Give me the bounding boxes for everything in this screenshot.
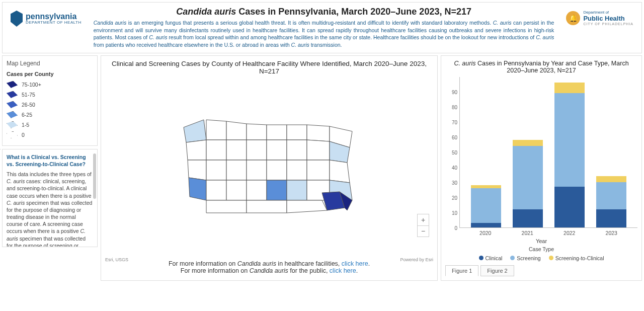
x-tick-label: 2021 <box>522 230 533 236</box>
legend-label: 51-75 <box>22 92 35 98</box>
legend-entry[interactable]: Clinical <box>479 255 503 261</box>
map-panel: Clinical and Screening Cases by County o… <box>101 55 438 281</box>
y-axis: 0102030405060708090 <box>445 77 459 228</box>
legend-swatch <box>7 121 18 128</box>
legend-swatch <box>7 111 18 118</box>
ph-logo-l2: Public Health <box>583 15 633 22</box>
figure-tabs: Figure 1Figure 2 <box>445 265 637 276</box>
legend-item: 75-100+ <box>7 81 93 88</box>
bar-segment[interactable] <box>596 176 626 182</box>
zoom-in-button[interactable]: + <box>418 214 429 225</box>
x-tick-label: 2020 <box>479 230 491 236</box>
chart-legend: ClinicalScreeningScreening-to-Clinical <box>445 255 637 261</box>
figure-tab[interactable]: Figure 2 <box>480 265 514 276</box>
legend-entry[interactable]: Screening <box>510 255 540 261</box>
chart-plot[interactable] <box>459 77 637 228</box>
legend-item: 51-75 <box>7 91 93 98</box>
legend-title: Map Legend <box>7 60 93 67</box>
bar-group[interactable] <box>554 83 585 227</box>
public-info-link[interactable]: click here <box>330 267 356 274</box>
legend-label: 26-50 <box>22 102 35 108</box>
legend-item: 26-50 <box>7 101 93 108</box>
bar-group[interactable] <box>596 176 626 227</box>
x-axis-title: Year <box>445 238 637 244</box>
page-description: Candida auris is an emerging fungus that… <box>90 19 558 49</box>
legend-label: 1-5 <box>22 122 29 128</box>
legend-item: 0 <box>7 131 93 138</box>
x-tick-label: 2022 <box>564 230 575 236</box>
map-canvas[interactable]: + − <box>105 77 433 258</box>
ph-logo-l3: CITY OF PHILADELPHIA <box>583 22 633 26</box>
bar-segment[interactable] <box>554 93 585 187</box>
case-definitions-panel: What is a Clinical vs. Screening vs. Scr… <box>2 149 98 247</box>
pa-county-map[interactable] <box>179 112 360 223</box>
map-attribution-left: Esri, USGS <box>105 257 128 262</box>
bar-segment[interactable] <box>513 209 543 227</box>
info-body: This data includes the three types of C.… <box>7 171 93 247</box>
pa-doh-logo: pennsylvania DEPARTMENT OF HEALTH <box>11 11 82 27</box>
legend-subtitle: Cases per County <box>7 71 93 77</box>
map-legend-panel: Map Legend Cases per County 75-100+51-75… <box>2 55 98 146</box>
bar-group[interactable] <box>513 140 543 227</box>
zoom-out-button[interactable]: − <box>418 225 429 237</box>
legend-swatch <box>7 101 18 108</box>
figure-tab[interactable]: Figure 1 <box>445 265 478 276</box>
bar-group[interactable] <box>471 185 501 227</box>
info-title: What is a Clinical vs. Screening vs. Scr… <box>7 153 93 168</box>
legend-label: 75-100+ <box>22 82 41 88</box>
liberty-bell-icon: 🔔 <box>566 11 580 25</box>
legend-item: 1-5 <box>7 121 93 128</box>
legend-swatch <box>7 131 18 138</box>
bar-segment[interactable] <box>513 140 543 146</box>
map-title: Clinical and Screening Cases by County o… <box>105 60 433 75</box>
zoom-controls: + − <box>417 214 429 237</box>
keystone-icon <box>11 11 23 27</box>
bar-segment[interactable] <box>596 209 626 227</box>
x-tick-label: 2023 <box>606 230 617 236</box>
bar-segment[interactable] <box>513 146 543 209</box>
header: pennsylvania DEPARTMENT OF HEALTH Candid… <box>2 2 642 53</box>
legend-label: 6-25 <box>22 112 32 118</box>
bar-segment[interactable] <box>471 223 501 227</box>
x-axis-labels: 2020202120222023 <box>459 228 637 236</box>
legend-swatch <box>7 91 18 98</box>
bar-segment[interactable] <box>596 182 626 209</box>
legend-type-label: Case Type <box>445 246 637 252</box>
chart-panel: C. auris Cases in Pennsylvania by Year a… <box>441 55 642 281</box>
chart-title: C. auris Cases in Pennsylvania by Year a… <box>445 60 637 74</box>
phila-health-logo: 🔔 Department of Public Health CITY OF PH… <box>566 11 633 26</box>
legend-label: 0 <box>22 132 25 138</box>
legend-item: 6-25 <box>7 111 93 118</box>
pa-logo-line1: pennsylvania <box>26 13 82 21</box>
bar-segment[interactable] <box>471 188 501 223</box>
bar-segment[interactable] <box>554 187 585 227</box>
pa-logo-line2: DEPARTMENT OF HEALTH <box>26 21 82 25</box>
map-attribution-right: Powered by Esri <box>400 257 433 262</box>
legend-entry[interactable]: Screening-to-Clinical <box>549 255 604 261</box>
bar-segment[interactable] <box>554 83 585 93</box>
page-title: Candida auris Cases in Pennsylvania, Mar… <box>90 7 558 17</box>
legend-swatch <box>7 81 18 88</box>
info-scrollbar[interactable] <box>93 153 96 199</box>
